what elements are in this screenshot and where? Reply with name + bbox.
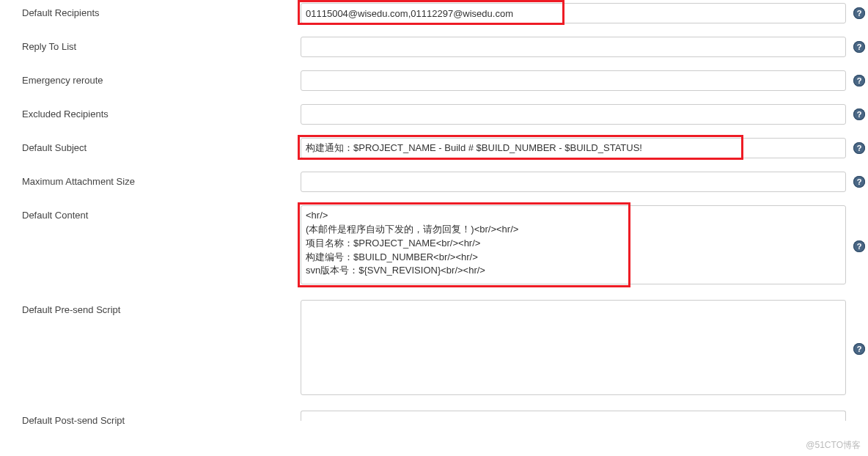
help-icon[interactable]: ? [853,142,865,154]
default-presend-script-textarea[interactable] [301,300,846,395]
label-max-attachment-size: Maximum Attachment Size [22,172,301,187]
input-cell: ? [301,300,868,397]
row-reply-to-list: Reply To List ? [22,37,868,57]
row-max-attachment-size: Maximum Attachment Size ? [22,172,868,192]
label-excluded-recipients: Excluded Recipients [22,104,301,119]
input-cell: ? [301,172,868,192]
row-default-content: Default Content ? [22,205,868,287]
row-default-recipients: Default Recipients ? [22,3,868,23]
row-emergency-reroute: Emergency reroute ? [22,70,868,91]
help-icon[interactable]: ? [853,176,865,188]
input-cell: ? [301,205,868,287]
input-cell [301,411,868,422]
default-postsend-script-input[interactable] [301,411,846,421]
label-reply-to-list: Reply To List [22,37,301,52]
input-cell: ? [301,37,868,57]
max-attachment-size-input[interactable] [301,172,846,192]
row-default-postsend-script: Default Post-send Script [22,411,868,426]
help-icon[interactable]: ? [853,7,865,19]
input-cell: ? [301,70,868,91]
default-recipients-input[interactable] [301,3,846,23]
reply-to-list-input[interactable] [301,37,846,57]
label-default-presend-script: Default Pre-send Script [22,300,301,315]
default-content-textarea[interactable] [301,205,846,284]
row-excluded-recipients: Excluded Recipients ? [22,104,868,125]
help-icon[interactable]: ? [853,343,865,355]
row-default-subject: Default Subject ? [22,138,868,158]
email-config-form: Default Recipients ? Reply To List ? Eme… [0,0,868,426]
help-icon[interactable]: ? [853,41,865,53]
label-default-postsend-script: Default Post-send Script [22,411,301,426]
help-icon[interactable]: ? [853,75,865,87]
row-default-presend-script: Default Pre-send Script ? [22,300,868,397]
input-cell: ? [301,104,868,125]
help-icon[interactable]: ? [853,109,865,120]
label-default-subject: Default Subject [22,138,301,153]
label-default-recipients: Default Recipients [22,3,301,18]
default-subject-input[interactable] [301,138,846,158]
input-cell: ? [301,3,868,23]
help-icon[interactable]: ? [853,240,865,252]
input-cell: ? [301,138,868,158]
label-emergency-reroute: Emergency reroute [22,70,301,86]
excluded-recipients-input[interactable] [301,104,846,125]
emergency-reroute-input[interactable] [301,70,846,91]
label-default-content: Default Content [22,205,301,221]
